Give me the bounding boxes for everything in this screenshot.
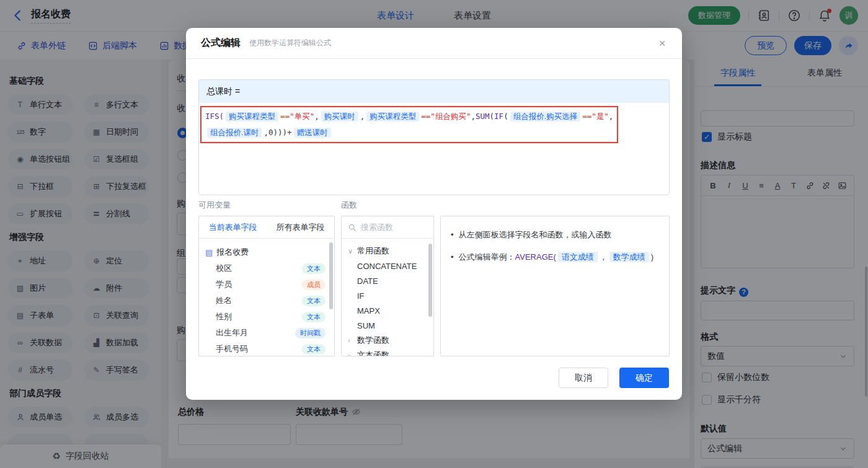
help-tip-2: •公式编辑举例：AVERAGE(语文成绩，数学成绩)	[451, 251, 659, 263]
function-search-input[interactable]: 搜索函数	[342, 216, 433, 239]
variables-tabs: 当前表单字段所有表单字段	[199, 216, 334, 239]
cancel-button[interactable]: 取消	[559, 368, 608, 388]
variable-row-出生年月[interactable]: 出生年月时间戳	[205, 325, 329, 341]
formula-token: IFS(	[205, 112, 224, 121]
variables-tab-当前表单字段[interactable]: 当前表单字段	[209, 222, 257, 233]
variable-row-手机号码[interactable]: 手机号码文本	[205, 341, 329, 356]
help-tip-2-content: 公式编辑举例：AVERAGE(语文成绩，数学成绩)	[459, 251, 654, 263]
help-field-chip: 语文成绩	[558, 252, 598, 262]
formula-token: ,	[609, 112, 614, 121]
function-group-文本函数[interactable]: ›文本函数	[348, 348, 433, 356]
variable-type-tag: 文本	[302, 344, 326, 355]
variable-row-学员[interactable]: 学员成员	[205, 276, 329, 293]
scrollbar-thumb[interactable]	[428, 244, 432, 317]
formula-token: ,	[471, 112, 476, 121]
function-group-常用函数[interactable]: ∨常用函数	[348, 244, 433, 258]
formula-token: ,	[360, 112, 365, 121]
formula-token: (	[503, 112, 508, 121]
help-panel: •从左侧面板选择字段名和函数，或输入函数 •公式编辑举例：AVERAGE(语文成…	[440, 216, 670, 356]
variable-type-tag: 文本	[302, 312, 326, 322]
function-item-DATE[interactable]: DATE	[348, 273, 433, 288]
chevron-down-icon: ∨	[348, 247, 354, 255]
formula-result-label: 总课时 =	[199, 80, 669, 103]
formula-editor-modal: 公式编辑 使用数学运算符编辑公式 × 总课时 = IFS(购买课程类型=="单买…	[186, 28, 682, 400]
formula-field-chip[interactable]: 组合报价.购买选择	[510, 112, 580, 121]
function-group-label: 数学函数	[357, 335, 389, 346]
formula-token: "单买"	[290, 112, 314, 121]
formula-token: "组合购买"	[430, 112, 471, 121]
formula-token: "是"	[591, 112, 609, 121]
formula-token: ==	[280, 112, 290, 121]
formula-token: SUM	[476, 112, 490, 121]
formula-token: ==	[582, 112, 591, 121]
function-group-数学函数[interactable]: ›数学函数	[348, 333, 433, 348]
formula-token: IF	[494, 112, 503, 121]
formula-line: 组合报价.课时,0)))+赠送课时	[205, 125, 613, 141]
formula-editor: 总课时 = IFS(购买课程类型=="单买",购买课时,购买课程类型=="组合购…	[198, 79, 670, 195]
formula-field-chip[interactable]: 购买课程类型	[226, 112, 278, 121]
variable-type-tag: 文本	[302, 296, 326, 306]
help-tip-1: •从左侧面板选择字段名和函数，或输入函数	[451, 229, 659, 241]
help-field-chip: 数学成绩	[609, 252, 649, 262]
formula-field-chip[interactable]: 购买课程类型	[366, 112, 419, 121]
variable-type-tag: 时间戳	[295, 328, 326, 338]
confirm-button[interactable]: 确定	[619, 368, 669, 388]
function-group-label: 常用函数	[357, 245, 389, 257]
help-function-name: AVERAGE(	[515, 252, 556, 262]
formula-token: ==	[421, 112, 430, 121]
modal-title: 公式编辑	[201, 37, 241, 50]
chevron-right-icon: ›	[348, 351, 354, 356]
search-placeholder: 搜索函数	[361, 222, 393, 233]
modal-subtitle: 使用数学运算符编辑公式	[249, 38, 331, 48]
function-group-label: 文本函数	[357, 350, 389, 356]
variables-list: ▤ 报名收费 校区文本学员成员姓名文本性别文本出生年月时间戳手机号码文本	[199, 239, 334, 356]
formula-line: IFS(购买课程类型=="单买",购买课时,购买课程类型=="组合购买",SUM…	[205, 108, 613, 125]
formula-field-chip[interactable]: 购买课时	[321, 112, 358, 121]
formula-highlight-box: IFS(购买课程类型=="单买",购买课时,购买课程类型=="组合购买",SUM…	[200, 106, 618, 143]
formula-token: ,	[314, 112, 319, 121]
function-item-MAPX[interactable]: MAPX	[348, 303, 433, 318]
chevron-right-icon: ›	[348, 337, 354, 344]
function-item-CONCATENATE[interactable]: CONCATENATE	[348, 258, 433, 273]
variable-row-性别[interactable]: 性别文本	[205, 309, 329, 325]
variable-name: 姓名	[216, 295, 232, 306]
form-doc-icon: ▤	[205, 248, 213, 257]
variable-name: 出生年月	[216, 327, 248, 338]
formula-input-area[interactable]: IFS(购买课程类型=="单买",购买课时,购买课程类型=="组合购买",SUM…	[199, 103, 669, 195]
search-icon	[348, 223, 356, 232]
formula-field-chip[interactable]: 赠送课时	[294, 128, 331, 138]
functions-panel: 搜索函数 ∨常用函数CONCATENATEDATEIFMAPXSUM›数学函数›…	[341, 216, 434, 356]
function-item-IF[interactable]: IF	[348, 288, 433, 303]
formula-token: ,0)))+	[264, 128, 291, 137]
variable-type-tag: 文本	[302, 263, 326, 274]
close-icon[interactable]: ×	[655, 36, 670, 51]
variables-label: 可用变量	[198, 200, 231, 211]
modal-header: 公式编辑 使用数学运算符编辑公式	[186, 28, 682, 59]
functions-label: 函数	[341, 200, 357, 211]
variable-name: 学员	[216, 279, 232, 290]
functions-tree: ∨常用函数CONCATENATEDATEIFMAPXSUM›数学函数›文本函数	[342, 239, 433, 356]
variables-tab-所有表单字段[interactable]: 所有表单字段	[277, 222, 325, 233]
variable-name: 校区	[216, 263, 232, 274]
variables-panel: 当前表单字段所有表单字段 ▤ 报名收费 校区文本学员成员姓名文本性别文本出生年月…	[198, 216, 335, 356]
variables-rows: 校区文本学员成员姓名文本性别文本出生年月时间戳手机号码文本	[205, 260, 329, 356]
variable-name: 性别	[216, 311, 232, 322]
scrollbar-thumb[interactable]	[329, 242, 333, 309]
function-item-SUM[interactable]: SUM	[348, 318, 433, 333]
form-name: 报名收费	[216, 247, 249, 258]
formula-field-chip[interactable]: 组合报价.课时	[207, 128, 262, 138]
formula-token: (	[490, 112, 495, 121]
variable-name: 手机号码	[216, 343, 248, 355]
form-node[interactable]: ▤ 报名收费	[205, 244, 329, 260]
variable-type-tag: 成员	[302, 280, 326, 290]
variable-row-校区[interactable]: 校区文本	[205, 260, 329, 276]
variable-row-姓名[interactable]: 姓名文本	[205, 293, 329, 309]
